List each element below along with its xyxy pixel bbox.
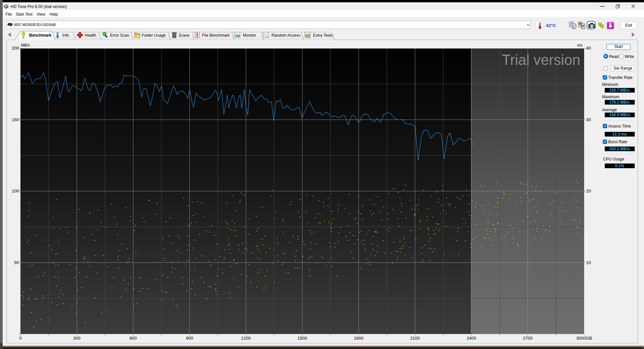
svg-text:300: 300 bbox=[73, 336, 80, 340]
svg-text:200: 200 bbox=[12, 46, 19, 51]
svg-text:100: 100 bbox=[12, 188, 19, 193]
svg-text:Random Access: Random Access bbox=[271, 33, 300, 38]
svg-text:2400: 2400 bbox=[467, 336, 476, 340]
svg-text:Monitor: Monitor bbox=[243, 33, 256, 38]
svg-text:150: 150 bbox=[12, 117, 19, 122]
svg-text:2700: 2700 bbox=[523, 336, 533, 340]
svg-text:900: 900 bbox=[186, 336, 193, 340]
svg-text:Benchmark: Benchmark bbox=[29, 33, 52, 38]
svg-text:1500: 1500 bbox=[297, 336, 307, 340]
svg-text:600: 600 bbox=[130, 336, 137, 340]
svg-text:Erase: Erase bbox=[179, 33, 190, 38]
svg-text:Extra Tests: Extra Tests bbox=[313, 33, 333, 38]
svg-text:1200: 1200 bbox=[241, 336, 251, 340]
svg-text:ms: ms bbox=[577, 43, 582, 48]
svg-text:10: 10 bbox=[586, 260, 591, 265]
svg-text:Health: Health bbox=[85, 33, 96, 38]
svg-text:50: 50 bbox=[14, 260, 19, 265]
svg-text:0: 0 bbox=[19, 336, 22, 340]
svg-text:30: 30 bbox=[586, 117, 591, 122]
svg-text:Error Scan: Error Scan bbox=[110, 33, 129, 38]
svg-text:File Benchmark: File Benchmark bbox=[202, 33, 230, 38]
svg-text:2100: 2100 bbox=[410, 336, 420, 340]
svg-text:MB/s: MB/s bbox=[21, 43, 30, 48]
svg-text:20: 20 bbox=[586, 188, 591, 193]
svg-text:1800: 1800 bbox=[354, 336, 364, 340]
svg-text:Trial version: Trial version bbox=[502, 51, 580, 68]
svg-text:3000GB: 3000GB bbox=[576, 336, 592, 340]
svg-text:Folder Usage: Folder Usage bbox=[142, 33, 166, 38]
svg-text:40: 40 bbox=[586, 46, 591, 51]
svg-text:Info: Info bbox=[63, 33, 69, 38]
